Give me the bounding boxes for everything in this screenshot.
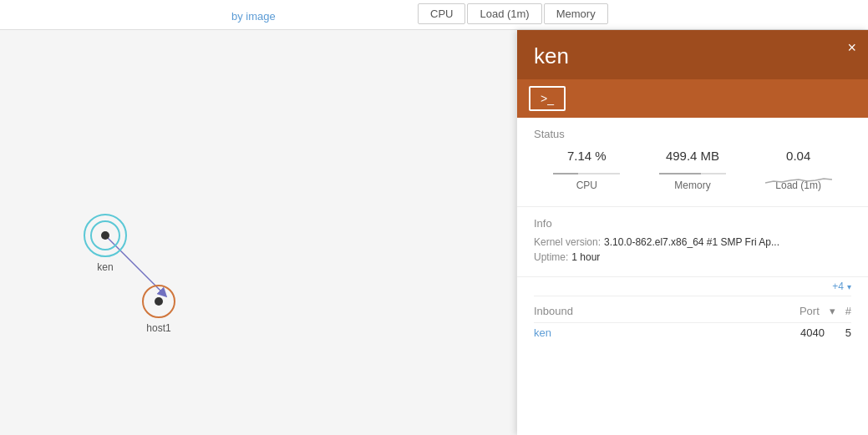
- status-section: Status 7.14 % CPU 499.4 MB: [517, 118, 868, 207]
- node-ken-dot: [101, 231, 109, 240]
- port-col-header: Port: [799, 305, 820, 317]
- kernel-key: Kernel version:: [534, 236, 601, 248]
- memory-value: 499.4 MB: [666, 149, 719, 163]
- inbound-ken-link[interactable]: ken: [534, 326, 551, 339]
- node-ken-outer-ring: [84, 214, 127, 257]
- node-host1-outer: [142, 285, 175, 318]
- memory-bar-fill: [659, 173, 701, 175]
- filter-tab-memory[interactable]: Memory: [544, 3, 608, 24]
- graph-area: ken host1: [0, 30, 501, 435]
- cpu-bar-container: [553, 168, 620, 175]
- panel-title: ken: [534, 43, 569, 68]
- node-ken-label: ken: [97, 261, 113, 273]
- kernel-val: 3.10.0-862.el7.x86_64 #1 SMP Fri Ap...: [604, 236, 779, 248]
- inbound-count: 5: [835, 326, 851, 339]
- node-host1[interactable]: host1: [142, 285, 175, 334]
- panel-close-button[interactable]: ×: [847, 40, 856, 55]
- terminal-button[interactable]: >_: [529, 86, 566, 111]
- panel-toolbar: >_: [517, 79, 868, 118]
- count-col-header: #: [845, 305, 851, 317]
- filter-tabs: CPU Load (1m) Memory: [418, 3, 608, 24]
- chevron-down-icon: ▾: [847, 282, 851, 291]
- node-ken[interactable]: ken: [84, 214, 127, 273]
- cpu-label: CPU: [576, 180, 597, 191]
- more-link[interactable]: +4 ▾: [517, 277, 868, 296]
- load-sparkline-container: [765, 168, 832, 175]
- node-ken-inner-ring: [90, 220, 120, 250]
- by-image-link[interactable]: by image: [231, 10, 276, 23]
- top-bar: by image CPU Load (1m) Memory: [0, 0, 868, 30]
- cpu-bar-fill: [553, 173, 578, 175]
- inbound-section: Inbound Port ▾ # ken 4040 5: [517, 296, 868, 347]
- memory-bar-container: [659, 168, 726, 175]
- metric-cpu: 7.14 % CPU: [534, 149, 640, 191]
- metrics-row: 7.14 % CPU 499.4 MB: [534, 149, 851, 191]
- memory-label: Memory: [674, 180, 710, 191]
- load-value: 0.04: [786, 149, 810, 163]
- panel-content[interactable]: Status 7.14 % CPU 499.4 MB: [517, 118, 868, 435]
- info-kernel-row: Kernel version: 3.10.0-862.el7.x86_64 #1…: [534, 236, 851, 248]
- inbound-port: 4040: [791, 326, 825, 339]
- metric-memory: 499.4 MB Memory: [640, 149, 746, 191]
- info-uptime-row: Uptime: 1 hour: [534, 251, 851, 263]
- inbound-title: Inbound: [534, 305, 573, 317]
- metric-load: 0.04 Load (1m): [745, 149, 851, 191]
- info-title: Info: [534, 217, 851, 230]
- detail-panel: ken × >_ Status 7.14 %: [517, 30, 868, 435]
- node-host1-label: host1: [146, 322, 170, 334]
- cpu-value: 7.14 %: [567, 149, 607, 163]
- uptime-val: 1 hour: [571, 251, 600, 263]
- inbound-header: Inbound Port ▾ #: [534, 305, 851, 317]
- info-section: Info Kernel version: 3.10.0-862.el7.x86_…: [517, 207, 868, 277]
- dropdown-icon[interactable]: ▾: [830, 305, 835, 317]
- inbound-row: ken 4040 5: [534, 322, 851, 342]
- inbound-header-right: Port ▾ #: [799, 305, 851, 317]
- more-label: +4: [832, 281, 844, 292]
- uptime-key: Uptime:: [534, 251, 568, 263]
- main-canvas: by image CPU Load (1m) Memory ken: [0, 0, 868, 435]
- inbound-right: 4040 5: [784, 326, 851, 339]
- filter-tab-cpu[interactable]: CPU: [418, 3, 465, 24]
- panel-header: ken ×: [517, 30, 868, 79]
- load-sparkline: [765, 168, 832, 185]
- filter-tab-load[interactable]: Load (1m): [467, 3, 541, 24]
- status-title: Status: [534, 128, 851, 140]
- node-host1-dot: [155, 297, 163, 306]
